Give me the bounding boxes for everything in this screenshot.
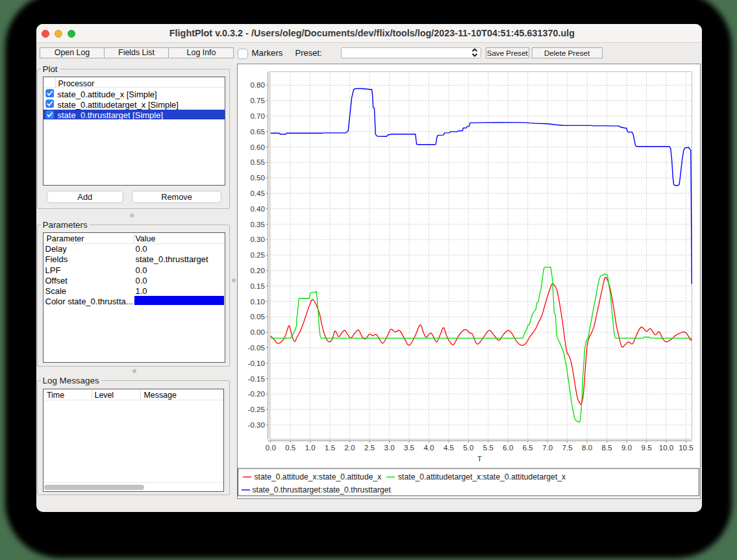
svg-text:3.5: 3.5: [403, 443, 414, 451]
svg-text:0.50: 0.50: [250, 173, 265, 182]
svg-text:-0.10: -0.10: [247, 358, 264, 367]
svg-text:10.0: 10.0: [658, 443, 673, 451]
svg-text:3.0: 3.0: [384, 443, 394, 451]
svg-text:state_0.attitudetarget_x:state: state_0.attitudetarget_x:state_0.attitud…: [398, 472, 566, 481]
svg-text:1.0: 1.0: [305, 443, 315, 451]
svg-text:-0.05: -0.05: [247, 343, 264, 351]
svg-text:T: T: [477, 454, 481, 462]
svg-text:state_0.attitude_x:state_0.att: state_0.attitude_x:state_0.attitude_x: [254, 472, 381, 481]
svg-text:0.70: 0.70: [250, 111, 265, 119]
svg-text:8.5: 8.5: [601, 443, 612, 451]
svg-text:0.40: 0.40: [250, 204, 265, 212]
svg-text:0.80: 0.80: [250, 80, 265, 89]
svg-text:9.5: 9.5: [641, 443, 651, 451]
svg-text:0.65: 0.65: [250, 127, 265, 135]
svg-text:1.5: 1.5: [325, 443, 335, 451]
svg-text:0.45: 0.45: [250, 188, 265, 197]
svg-text:0.35: 0.35: [250, 219, 265, 228]
svg-text:0.20: 0.20: [250, 265, 265, 274]
svg-text:0.60: 0.60: [250, 142, 265, 151]
svg-text:0.30: 0.30: [250, 235, 265, 243]
svg-text:0.75: 0.75: [250, 96, 265, 104]
svg-text:-0.15: -0.15: [247, 374, 264, 382]
svg-text:0.00: 0.00: [250, 328, 265, 336]
svg-text:9.0: 9.0: [621, 443, 632, 451]
svg-text:0.5: 0.5: [285, 443, 295, 451]
svg-text:2.5: 2.5: [364, 443, 375, 451]
svg-text:0.0: 0.0: [265, 443, 275, 451]
svg-text:4.0: 4.0: [423, 443, 434, 451]
svg-text:0.10: 0.10: [250, 297, 265, 305]
svg-text:state_0.thrusttarget:state_0.t: state_0.thrusttarget:state_0.thrusttarge…: [252, 485, 391, 494]
svg-text:4.5: 4.5: [443, 443, 453, 451]
svg-text:2.0: 2.0: [344, 443, 355, 451]
svg-text:-0.20: -0.20: [247, 389, 264, 398]
svg-text:7.5: 7.5: [562, 443, 572, 451]
svg-text:0.55: 0.55: [250, 158, 265, 166]
svg-text:0.15: 0.15: [250, 281, 265, 289]
svg-text:8.0: 8.0: [582, 443, 592, 451]
svg-text:0.25: 0.25: [250, 250, 265, 259]
svg-text:7.0: 7.0: [542, 443, 553, 451]
svg-text:6.5: 6.5: [522, 443, 532, 451]
svg-text:-0.30: -0.30: [247, 420, 264, 428]
svg-text:-0.25: -0.25: [247, 405, 264, 413]
svg-text:0.05: 0.05: [250, 312, 265, 321]
svg-text:5.5: 5.5: [482, 443, 493, 451]
svg-text:10.5: 10.5: [679, 443, 693, 451]
svg-text:5.0: 5.0: [463, 443, 473, 451]
svg-text:6.0: 6.0: [503, 443, 513, 451]
